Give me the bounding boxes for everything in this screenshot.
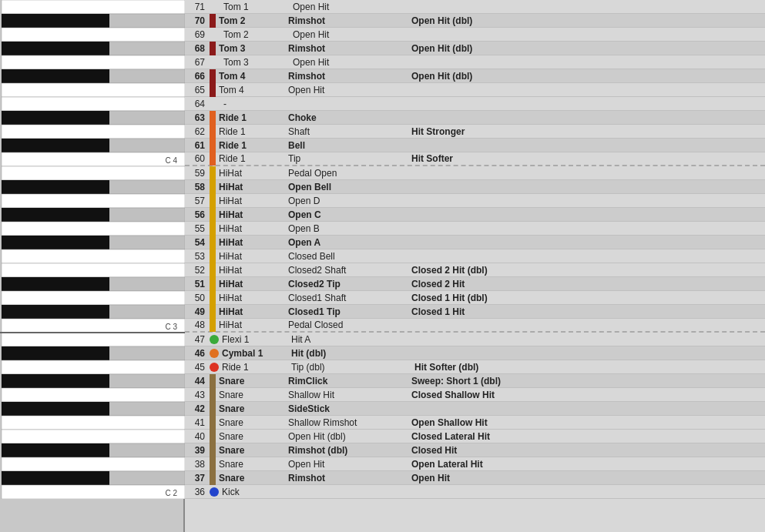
note-color-indicator	[210, 69, 216, 83]
table-row: 57HiHatOpen D	[185, 194, 765, 208]
note-color-indicator	[210, 83, 216, 97]
note-extra: Open Hit (dbl)	[411, 43, 472, 54]
table-row: 58HiHatOpen Bell	[185, 180, 765, 194]
table-row: 60Ride 1TipHit Softer	[185, 152, 765, 166]
note-color-indicator	[210, 180, 216, 194]
note-articulation: Open Hit	[288, 459, 411, 470]
note-articulation: Open Bell	[288, 182, 411, 192]
note-color-indicator	[210, 139, 216, 152]
svg-rect-26	[2, 236, 109, 249]
note-articulation: Choke	[288, 112, 411, 123]
svg-rect-34	[2, 319, 185, 333]
note-color-indicator	[210, 194, 216, 208]
note-articulation: Rimshot	[288, 71, 411, 82]
note-number: 56	[188, 209, 210, 220]
table-row: 40SnareOpen Hit (dbl)Closed Lateral Hit	[185, 430, 765, 443]
note-extra: Closed Lateral Hit	[411, 431, 490, 442]
svg-rect-23	[2, 208, 109, 222]
table-row: 62Ride 1ShaftHit Stronger	[185, 125, 765, 139]
svg-rect-5	[2, 42, 109, 55]
note-color-indicator	[210, 471, 216, 485]
note-number: 47	[188, 334, 210, 345]
note-articulation: Closed1 Shaft	[288, 293, 411, 303]
table-row: 45Ride 1Tip (dbl)Hit Softer (dbl)	[185, 360, 765, 374]
table-row: 71Tom 1Open Hit	[185, 0, 765, 14]
note-articulation: Open Hit	[293, 57, 416, 68]
note-instrument: Snare	[219, 445, 288, 456]
note-instrument: Snare	[219, 390, 288, 400]
note-list: 71Tom 1Open Hit70Tom 2RimshotOpen Hit (d…	[185, 0, 765, 532]
table-row: 41SnareShallow RimshotOpen Shallow Hit	[185, 416, 765, 430]
note-color-indicator	[210, 363, 219, 372]
note-number: 59	[188, 168, 210, 179]
note-color-indicator	[210, 374, 216, 388]
note-articulation: Open A	[288, 237, 411, 248]
note-articulation: Closed1 Tip	[288, 306, 411, 317]
note-color-indicator	[210, 208, 216, 222]
note-instrument: Ride 1	[222, 362, 291, 373]
note-extra: Hit Softer (dbl)	[414, 362, 478, 373]
note-number: 44	[188, 376, 210, 386]
note-articulation: Bell	[288, 140, 411, 151]
note-number: 71	[188, 2, 210, 12]
note-color-indicator	[210, 305, 216, 319]
note-color-indicator	[210, 111, 216, 125]
svg-rect-48	[2, 443, 109, 457]
note-instrument: HiHat	[219, 265, 288, 276]
note-articulation: Open Hit (dbl)	[288, 431, 411, 442]
note-articulation: Rimshot	[288, 43, 411, 54]
note-instrument: Snare	[219, 403, 288, 414]
note-extra: Closed 1 Hit	[411, 306, 465, 317]
svg-rect-10	[2, 97, 185, 111]
note-instrument: HiHat	[219, 279, 288, 289]
table-row: 55HiHatOpen B	[185, 222, 765, 236]
note-articulation: Open Hit	[288, 85, 411, 95]
note-color-indicator	[210, 349, 219, 358]
svg-rect-3	[2, 28, 185, 42]
note-extra: Open Shallow Hit	[411, 417, 488, 428]
note-instrument: HiHat	[219, 237, 288, 248]
note-instrument: HiHat	[219, 209, 288, 220]
note-instrument: Snare	[219, 376, 288, 386]
note-number: 46	[188, 348, 210, 359]
table-row: 51HiHatClosed2 TipClosed 2 Hit	[185, 277, 765, 291]
svg-rect-42	[2, 388, 185, 402]
svg-rect-12	[2, 111, 109, 125]
note-color-indicator	[210, 416, 216, 430]
note-articulation: Hit (dbl)	[291, 348, 414, 359]
note-instrument: Ride 1	[219, 140, 288, 151]
note-extra: Closed 2 Hit (dbl)	[411, 265, 488, 276]
note-instrument: Kick	[222, 487, 291, 497]
note-number: 43	[188, 390, 210, 400]
svg-rect-16	[2, 152, 185, 166]
svg-rect-27	[2, 249, 185, 263]
note-extra: Open Lateral Hit	[411, 459, 483, 470]
note-articulation: Open Hit	[293, 29, 416, 40]
svg-rect-33	[2, 305, 109, 319]
note-articulation: Open B	[288, 223, 411, 234]
svg-rect-6	[2, 55, 185, 69]
note-extra: Hit Stronger	[411, 126, 465, 137]
note-color-indicator	[210, 42, 216, 55]
table-row: 43SnareShallow HitClosed Shallow Hit	[185, 388, 765, 402]
note-color-indicator	[210, 125, 216, 139]
note-number: 70	[188, 15, 210, 26]
note-instrument: Snare	[219, 417, 288, 428]
note-number: 58	[188, 182, 210, 192]
note-extra: Closed Shallow Hit	[411, 390, 495, 400]
note-instrument: HiHat	[219, 182, 288, 192]
table-row: 46Cymbal 1Hit (dbl)	[185, 346, 765, 360]
note-articulation: Shallow Rimshot	[288, 417, 411, 428]
table-row: 67Tom 3Open Hit	[185, 55, 765, 69]
note-color-indicator	[210, 222, 216, 236]
note-articulation: SideStick	[288, 403, 411, 414]
svg-rect-31	[2, 291, 185, 305]
note-instrument: Tom 3	[219, 43, 288, 54]
svg-rect-38	[2, 346, 109, 360]
table-row: 68Tom 3RimshotOpen Hit (dbl)	[185, 42, 765, 55]
note-articulation: Pedal Open	[288, 168, 411, 179]
note-extra: Closed 2 Hit	[411, 279, 465, 289]
note-color-indicator	[210, 14, 216, 28]
note-color-indicator	[210, 457, 216, 471]
note-number: 61	[188, 140, 210, 151]
